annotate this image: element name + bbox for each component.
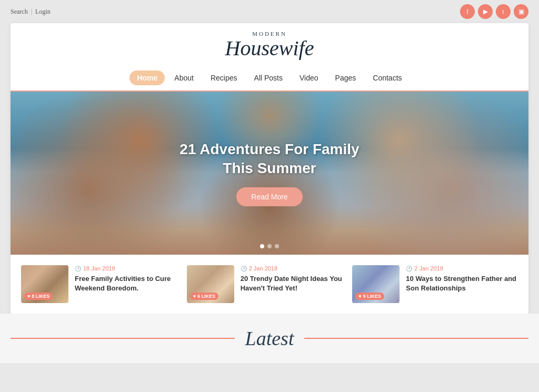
nav-recipes[interactable]: Recipes (203, 71, 245, 85)
likes-badge-3: ♥ 9 LIKES (355, 293, 384, 300)
main-container: modern Housewife Home About Recipes All … (11, 23, 528, 314)
clock-icon-3: 🕐 (406, 266, 412, 272)
post-content-1: 🕐 18 Jan 2018 Free Family Activities to … (75, 265, 187, 293)
post-content-2: 🕐 2 Jan 2018 20 Trendy Date Night Ideas … (241, 265, 353, 293)
youtube-icon[interactable]: ▶ (478, 4, 493, 19)
login-link[interactable]: Login (35, 8, 51, 16)
likes-badge-2: ♥ 6 LIKES (190, 293, 218, 300)
post-title-1[interactable]: Free Family Activities to Cure Weekend B… (75, 274, 187, 293)
hero-overlay: 21 Adventures For FamilyThis Summer Read… (11, 92, 528, 255)
section-header: Latest (11, 327, 528, 350)
nav-contacts[interactable]: Contacts (365, 71, 409, 85)
hero-dot-1[interactable] (260, 244, 264, 248)
divider: | (31, 8, 32, 16)
hero-dots (260, 244, 279, 248)
blog-post-1: ♥ 8 LIKES 🕐 18 Jan 2018 Free Family Acti… (21, 265, 187, 303)
social-icons: f ▶ t ▣ (460, 4, 528, 19)
post-date-2: 🕐 2 Jan 2018 (241, 265, 353, 272)
latest-section: Latest (0, 314, 539, 363)
post-content-3: 🕐 2 Jan 2018 10 Ways to Strengthen Fathe… (406, 265, 518, 293)
nav-about[interactable]: About (167, 71, 201, 85)
hero-read-more-button[interactable]: Read More (236, 187, 302, 206)
top-bar-left: Search | Login (11, 8, 51, 16)
section-line-right (304, 338, 528, 339)
search-link[interactable]: Search (11, 8, 28, 16)
clock-icon-1: 🕐 (75, 266, 81, 272)
post-thumb-1[interactable]: ♥ 8 LIKES (21, 265, 68, 303)
facebook-icon[interactable]: f (460, 4, 475, 19)
blog-posts-row: ♥ 8 LIKES 🕐 18 Jan 2018 Free Family Acti… (11, 255, 528, 314)
blog-post-2: ♥ 6 LIKES 🕐 2 Jan 2018 20 Trendy Date Ni… (187, 265, 353, 303)
site-logo-text: Housewife (225, 36, 314, 60)
post-thumb-2[interactable]: ♥ 6 LIKES (187, 265, 234, 303)
twitter-icon[interactable]: t (496, 4, 511, 19)
blog-post-3: ♥ 9 LIKES 🕐 2 Jan 2018 10 Ways to Streng… (352, 265, 518, 303)
instagram-icon[interactable]: ▣ (514, 4, 528, 19)
site-logo: modern Housewife (225, 31, 314, 59)
page-wrapper: Search | Login f ▶ t ▣ modern Housewife … (0, 0, 539, 392)
post-thumb-3[interactable]: ♥ 9 LIKES (352, 265, 400, 303)
post-date-1: 🕐 18 Jan 2018 (75, 265, 187, 272)
nav-pages[interactable]: Pages (328, 71, 364, 85)
clock-icon-2: 🕐 (241, 266, 247, 272)
latest-title: Latest (245, 327, 294, 350)
nav-home[interactable]: Home (129, 71, 165, 85)
post-title-3[interactable]: 10 Ways to Strengthen Father and Son Rel… (406, 274, 518, 293)
main-nav: Home About Recipes All Posts Video Pages… (11, 65, 528, 91)
post-title-2[interactable]: 20 Trendy Date Night Ideas You Haven't T… (241, 274, 353, 293)
hero-title: 21 Adventures For FamilyThis Summer (179, 140, 359, 178)
nav-video[interactable]: Video (292, 71, 326, 85)
site-header: modern Housewife Home About Recipes All … (11, 23, 528, 92)
likes-badge-1: ♥ 8 LIKES (24, 293, 53, 300)
top-bar: Search | Login f ▶ t ▣ (0, 0, 539, 23)
hero-dot-2[interactable] (267, 244, 272, 248)
hero-dot-3[interactable] (275, 244, 279, 248)
section-line-left (11, 338, 235, 339)
nav-allposts[interactable]: All Posts (247, 71, 290, 85)
post-date-3: 🕐 2 Jan 2018 (406, 265, 518, 272)
hero-section: 21 Adventures For FamilyThis Summer Read… (11, 92, 528, 255)
